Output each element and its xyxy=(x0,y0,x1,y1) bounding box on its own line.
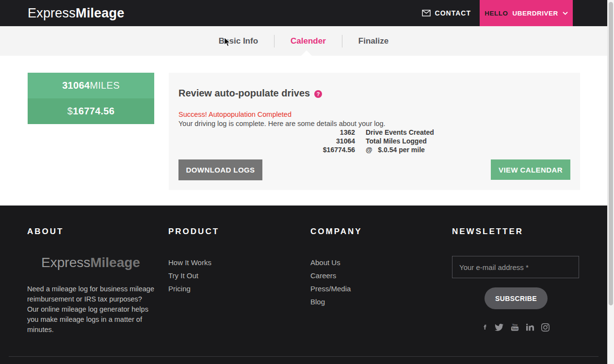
facebook-icon[interactable] xyxy=(483,323,487,332)
total-miles-value: 31064 xyxy=(317,137,355,145)
link-blog[interactable]: Blog xyxy=(310,295,436,308)
view-calendar-button[interactable]: VIEW CALENDAR xyxy=(491,159,570,180)
linkedin-icon[interactable] xyxy=(526,323,534,331)
total-amount-row: $16774.56 xyxy=(28,98,154,124)
miles-value: 31064 xyxy=(62,80,90,91)
about-description: Need a mileage log for business mileage … xyxy=(27,284,154,335)
link-careers[interactable]: Careers xyxy=(310,269,436,282)
tab-calendar[interactable]: Calender xyxy=(275,36,342,46)
drive-events-value: 1362 xyxy=(317,128,355,137)
footer-product-column: PRODUCT How It Works Try It Out Pricing xyxy=(168,206,294,295)
footer-about-column: ABOUT ExpressMileage Need a mileage log … xyxy=(27,206,154,335)
tab-finalize[interactable]: Finalize xyxy=(342,36,404,46)
tab-basic-info[interactable]: Basic Info xyxy=(203,36,274,46)
log-details-table: 1362 Drive Events Created 31064 Total Mi… xyxy=(317,128,434,154)
link-about-us[interactable]: About Us xyxy=(310,256,436,269)
page-scrollbar[interactable] xyxy=(607,0,614,364)
scrollbar-thumb[interactable] xyxy=(609,2,613,305)
link-try-it-out[interactable]: Try It Out xyxy=(168,269,294,282)
youtube-icon[interactable]: You Tube xyxy=(511,323,519,332)
instagram-icon[interactable] xyxy=(541,323,549,332)
review-drives-panel: Review auto-populate drives ? Success! A… xyxy=(169,73,580,190)
envelope-icon xyxy=(422,10,431,16)
twitter-icon[interactable] xyxy=(495,324,503,331)
chevron-down-icon xyxy=(563,12,568,15)
footer-divider xyxy=(9,356,598,357)
total-miles-label: Total Miles Logged xyxy=(355,137,434,145)
hello-label: HELLO xyxy=(485,10,508,17)
panel-title-row: Review auto-populate drives ? xyxy=(178,88,570,99)
contact-link[interactable]: CONTACT xyxy=(422,9,471,17)
total-cost-value: $16774.56 xyxy=(317,145,355,154)
total-miles-row: 31064 MILES xyxy=(28,73,154,98)
table-row: 31064 Total Miles Logged xyxy=(317,137,434,145)
contact-label: CONTACT xyxy=(435,9,471,17)
table-row: $16774.56 @ $.0.54 per mile xyxy=(317,145,434,154)
user-menu-button[interactable]: HELLO UBERDRIVER xyxy=(480,0,573,26)
footer-logo: ExpressMileage xyxy=(27,255,154,270)
company-heading: COMPANY xyxy=(310,227,436,237)
help-icon[interactable]: ? xyxy=(314,90,322,98)
about-heading: ABOUT xyxy=(27,227,154,237)
active-tab-pointer xyxy=(301,50,312,56)
link-pricing[interactable]: Pricing xyxy=(168,282,294,295)
link-how-it-works[interactable]: How It Works xyxy=(168,256,294,269)
footer-logo-bold: Mileage xyxy=(90,255,140,270)
drive-events-label: Drive Events Created xyxy=(355,128,434,137)
svg-text:You: You xyxy=(512,323,517,326)
company-links: About Us Careers Press/Media Blog xyxy=(310,256,436,308)
panel-title: Review auto-populate drives xyxy=(178,88,310,99)
rate-per-mile-label: @ $.0.54 per mile xyxy=(355,145,434,154)
table-row: 1362 Drive Events Created xyxy=(317,128,434,137)
newsletter-heading: NEWSLETTER xyxy=(452,227,580,237)
subscribe-button[interactable]: SUBSCRIBE xyxy=(485,287,548,309)
footer-logo-light: Express xyxy=(41,255,90,270)
logo-text-light: Express xyxy=(28,6,76,20)
username-label: UBERDRIVER xyxy=(512,10,558,17)
product-heading: PRODUCT xyxy=(168,227,294,237)
product-links: How It Works Try It Out Pricing xyxy=(168,256,294,295)
social-icons-row: You Tube xyxy=(452,323,580,332)
download-logs-button[interactable]: DOWNLOAD LOGS xyxy=(178,159,262,180)
app-logo[interactable]: ExpressMileage xyxy=(28,6,124,21)
logo-text-bold: Mileage xyxy=(76,6,124,20)
page-footer: ABOUT ExpressMileage Need a mileage log … xyxy=(0,206,607,364)
top-navigation-bar: ExpressMileage CONTACT HELLO UBERDRIVER xyxy=(0,0,607,26)
footer-newsletter-column: NEWSLETTER SUBSCRIBE You Tube xyxy=(452,206,580,332)
log-subtitle: Your driving log is complete. Here are s… xyxy=(178,120,570,127)
dollar-sign: $ xyxy=(67,106,73,117)
step-tabs: Basic Info Calender Finalize xyxy=(0,26,607,56)
footer-company-column: COMPANY About Us Careers Press/Media Blo… xyxy=(310,206,436,308)
success-message: Success! Autopopulation Completed xyxy=(178,111,570,118)
svg-text:Tube: Tube xyxy=(512,327,518,330)
mileage-summary-box: 31064 MILES $16774.56 xyxy=(28,73,154,124)
amount-value: 16774.56 xyxy=(73,106,114,117)
link-press-media[interactable]: Press/Media xyxy=(310,282,436,295)
email-input[interactable] xyxy=(452,256,579,278)
miles-unit: MILES xyxy=(90,80,120,91)
